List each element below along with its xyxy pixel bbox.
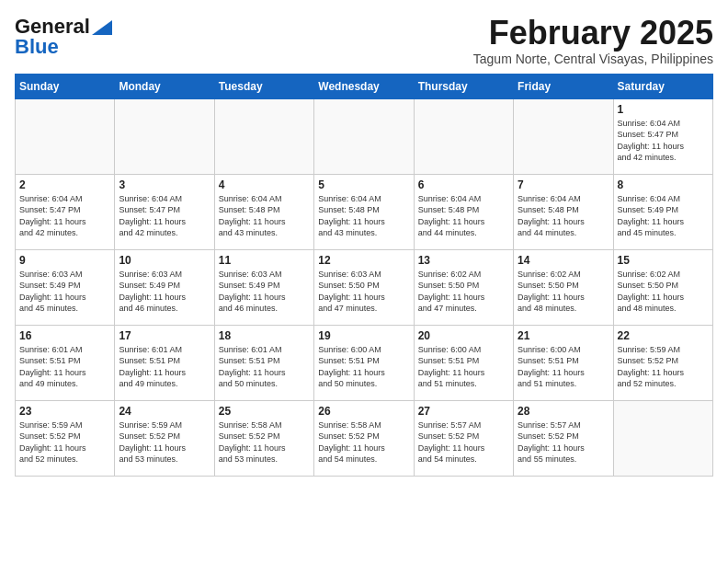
day-number: 11 — [219, 254, 310, 267]
day-number: 3 — [119, 178, 210, 191]
day-number: 1 — [618, 103, 709, 116]
day-number: 25 — [219, 405, 310, 418]
day-number: 4 — [219, 178, 310, 191]
calendar-cell: 22Sunrise: 5:59 AM Sunset: 5:52 PM Dayli… — [613, 325, 712, 400]
calendar-cell — [613, 400, 712, 476]
day-info: Sunrise: 6:00 AM Sunset: 5:51 PM Dayligh… — [518, 344, 609, 390]
day-info: Sunrise: 6:02 AM Sunset: 5:50 PM Dayligh… — [518, 269, 609, 315]
day-info: Sunrise: 6:03 AM Sunset: 5:49 PM Dayligh… — [219, 269, 310, 315]
day-number: 24 — [119, 405, 210, 418]
day-number: 14 — [518, 254, 609, 267]
day-info: Sunrise: 6:03 AM Sunset: 5:50 PM Dayligh… — [318, 269, 409, 315]
calendar-table: SundayMondayTuesdayWednesdayThursdayFrid… — [15, 74, 713, 477]
day-number: 13 — [418, 254, 509, 267]
day-number: 23 — [19, 405, 110, 418]
day-info: Sunrise: 6:01 AM Sunset: 5:51 PM Dayligh… — [19, 344, 110, 390]
day-number: 27 — [418, 405, 509, 418]
calendar-cell: 27Sunrise: 5:57 AM Sunset: 5:52 PM Dayli… — [414, 400, 513, 476]
calendar-week-row: 23Sunrise: 5:59 AM Sunset: 5:52 PM Dayli… — [16, 400, 713, 476]
day-info: Sunrise: 5:57 AM Sunset: 5:52 PM Dayligh… — [518, 419, 609, 465]
day-info: Sunrise: 6:04 AM Sunset: 5:48 PM Dayligh… — [219, 193, 310, 239]
calendar-day-header: Saturday — [613, 74, 712, 98]
calendar-cell: 6Sunrise: 6:04 AM Sunset: 5:48 PM Daylig… — [414, 174, 513, 249]
day-number: 9 — [19, 254, 110, 267]
calendar-cell: 12Sunrise: 6:03 AM Sunset: 5:50 PM Dayli… — [314, 249, 414, 325]
day-number: 2 — [19, 178, 110, 191]
calendar-cell: 17Sunrise: 6:01 AM Sunset: 5:51 PM Dayli… — [115, 325, 214, 400]
calendar-cell: 23Sunrise: 5:59 AM Sunset: 5:52 PM Dayli… — [16, 400, 115, 476]
day-number: 28 — [518, 405, 609, 418]
calendar-header-row: SundayMondayTuesdayWednesdayThursdayFrid… — [16, 74, 713, 98]
calendar-cell: 21Sunrise: 6:00 AM Sunset: 5:51 PM Dayli… — [514, 325, 613, 400]
day-info: Sunrise: 6:00 AM Sunset: 5:51 PM Dayligh… — [418, 344, 509, 390]
calendar-cell: 1Sunrise: 6:04 AM Sunset: 5:47 PM Daylig… — [613, 98, 712, 174]
calendar-cell: 5Sunrise: 6:04 AM Sunset: 5:48 PM Daylig… — [314, 174, 414, 249]
calendar-cell: 4Sunrise: 6:04 AM Sunset: 5:48 PM Daylig… — [214, 174, 313, 249]
day-number: 17 — [119, 329, 210, 342]
day-number: 18 — [219, 329, 310, 342]
calendar-cell: 10Sunrise: 6:03 AM Sunset: 5:49 PM Dayli… — [115, 249, 214, 325]
calendar-day-header: Wednesday — [314, 74, 414, 98]
calendar-cell — [115, 98, 214, 174]
calendar-week-row: 9Sunrise: 6:03 AM Sunset: 5:49 PM Daylig… — [16, 249, 713, 325]
day-number: 15 — [618, 254, 709, 267]
calendar-cell — [314, 98, 414, 174]
calendar-cell: 26Sunrise: 5:58 AM Sunset: 5:52 PM Dayli… — [314, 400, 414, 476]
calendar-week-row: 1Sunrise: 6:04 AM Sunset: 5:47 PM Daylig… — [16, 98, 713, 174]
calendar-cell: 18Sunrise: 6:01 AM Sunset: 5:51 PM Dayli… — [214, 325, 313, 400]
day-number: 10 — [119, 254, 210, 267]
day-number: 12 — [318, 254, 409, 267]
logo-icon — [92, 20, 112, 35]
calendar-cell — [514, 98, 613, 174]
day-number: 20 — [418, 329, 509, 342]
calendar-cell: 9Sunrise: 6:03 AM Sunset: 5:49 PM Daylig… — [16, 249, 115, 325]
day-number: 19 — [318, 329, 409, 342]
calendar-cell: 24Sunrise: 5:59 AM Sunset: 5:52 PM Dayli… — [115, 400, 214, 476]
logo: General Blue — [15, 15, 112, 59]
svg-marker-0 — [92, 20, 112, 35]
calendar-cell: 2Sunrise: 6:04 AM Sunset: 5:47 PM Daylig… — [16, 174, 115, 249]
calendar-day-header: Sunday — [16, 74, 115, 98]
calendar-cell: 19Sunrise: 6:00 AM Sunset: 5:51 PM Dayli… — [314, 325, 414, 400]
day-info: Sunrise: 6:04 AM Sunset: 5:49 PM Dayligh… — [618, 193, 709, 239]
calendar-cell — [16, 98, 115, 174]
day-info: Sunrise: 6:01 AM Sunset: 5:51 PM Dayligh… — [219, 344, 310, 390]
logo-blue-text: Blue — [15, 35, 59, 59]
day-info: Sunrise: 5:58 AM Sunset: 5:52 PM Dayligh… — [219, 419, 310, 465]
calendar-cell — [214, 98, 313, 174]
calendar-cell: 25Sunrise: 5:58 AM Sunset: 5:52 PM Dayli… — [214, 400, 313, 476]
day-info: Sunrise: 6:03 AM Sunset: 5:49 PM Dayligh… — [119, 269, 210, 315]
calendar-cell — [414, 98, 513, 174]
calendar-day-header: Thursday — [414, 74, 513, 98]
day-number: 7 — [518, 178, 609, 191]
title-block: February 2025 Tagum Norte, Central Visay… — [473, 15, 713, 66]
day-number: 16 — [19, 329, 110, 342]
day-info: Sunrise: 6:02 AM Sunset: 5:50 PM Dayligh… — [618, 269, 709, 315]
calendar-day-header: Friday — [514, 74, 613, 98]
calendar-cell: 7Sunrise: 6:04 AM Sunset: 5:48 PM Daylig… — [514, 174, 613, 249]
calendar-day-header: Monday — [115, 74, 214, 98]
day-info: Sunrise: 5:57 AM Sunset: 5:52 PM Dayligh… — [418, 419, 509, 465]
calendar-cell: 28Sunrise: 5:57 AM Sunset: 5:52 PM Dayli… — [514, 400, 613, 476]
day-number: 26 — [318, 405, 409, 418]
day-info: Sunrise: 5:59 AM Sunset: 5:52 PM Dayligh… — [119, 419, 210, 465]
day-info: Sunrise: 6:03 AM Sunset: 5:49 PM Dayligh… — [19, 269, 110, 315]
calendar-week-row: 2Sunrise: 6:04 AM Sunset: 5:47 PM Daylig… — [16, 174, 713, 249]
day-info: Sunrise: 5:58 AM Sunset: 5:52 PM Dayligh… — [318, 419, 409, 465]
day-number: 5 — [318, 178, 409, 191]
day-number: 22 — [618, 329, 709, 342]
day-info: Sunrise: 5:59 AM Sunset: 5:52 PM Dayligh… — [19, 419, 110, 465]
day-info: Sunrise: 6:04 AM Sunset: 5:48 PM Dayligh… — [318, 193, 409, 239]
day-info: Sunrise: 6:01 AM Sunset: 5:51 PM Dayligh… — [119, 344, 210, 390]
location-subtitle: Tagum Norte, Central Visayas, Philippine… — [473, 52, 713, 66]
day-info: Sunrise: 6:04 AM Sunset: 5:48 PM Dayligh… — [518, 193, 609, 239]
calendar-cell: 15Sunrise: 6:02 AM Sunset: 5:50 PM Dayli… — [613, 249, 712, 325]
calendar-cell: 16Sunrise: 6:01 AM Sunset: 5:51 PM Dayli… — [16, 325, 115, 400]
day-info: Sunrise: 6:00 AM Sunset: 5:51 PM Dayligh… — [318, 344, 409, 390]
day-info: Sunrise: 6:04 AM Sunset: 5:47 PM Dayligh… — [19, 193, 110, 239]
calendar-week-row: 16Sunrise: 6:01 AM Sunset: 5:51 PM Dayli… — [16, 325, 713, 400]
day-number: 8 — [618, 178, 709, 191]
page-header: General Blue February 2025 Tagum Norte, … — [15, 15, 713, 66]
day-info: Sunrise: 6:04 AM Sunset: 5:47 PM Dayligh… — [618, 118, 709, 164]
day-info: Sunrise: 6:04 AM Sunset: 5:48 PM Dayligh… — [418, 193, 509, 239]
